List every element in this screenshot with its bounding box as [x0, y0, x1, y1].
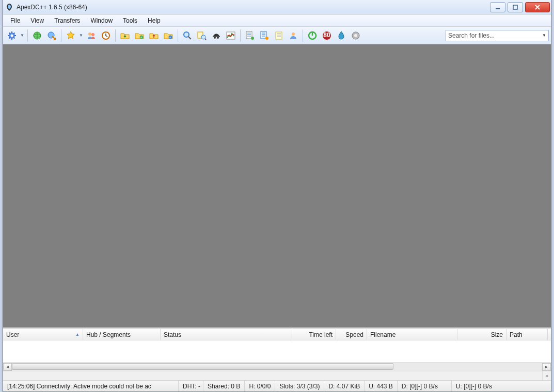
svg-point-7 — [88, 32, 91, 36]
svg-point-17 — [217, 37, 219, 39]
titlebar[interactable]: ApexDC++ 1.6.5 (x86-64) — [3, 0, 551, 14]
status-dht: DHT: - — [179, 381, 203, 391]
download-queue-icon[interactable] — [118, 29, 132, 42]
column-hub-segments[interactable]: Hub / Segments — [83, 329, 161, 340]
sort-indicator-icon: ▲ — [75, 332, 80, 337]
menu-transfers[interactable]: Transfers — [49, 14, 85, 26]
svg-point-22 — [265, 37, 268, 40]
column-headers: User▲Hub / SegmentsStatusTime leftSpeedF… — [3, 329, 551, 340]
limiter-icon[interactable]: 80 — [320, 29, 334, 42]
public-hubs-icon[interactable] — [5, 29, 19, 42]
minimize-button[interactable] — [490, 2, 505, 12]
mdi-workspace — [3, 44, 551, 329]
toolbar-separator — [61, 29, 61, 42]
update-icon[interactable] — [335, 29, 348, 42]
menu-window[interactable]: Window — [85, 14, 118, 26]
scroll-right-button[interactable]: ► — [542, 363, 551, 371]
svg-point-24 — [292, 32, 295, 36]
search-placeholder: Search for files... — [448, 32, 495, 39]
svg-text:80: 80 — [323, 31, 330, 39]
toolbar-separator — [303, 29, 303, 42]
column-path[interactable]: Path — [506, 329, 548, 340]
away-icon[interactable] — [306, 29, 319, 42]
users-icon[interactable] — [85, 29, 98, 42]
column-size[interactable]: Size — [457, 329, 506, 340]
dropdown-arrow-icon[interactable]: ▼ — [20, 33, 25, 38]
toolbar-separator — [115, 29, 116, 42]
menu-help[interactable]: Help — [143, 14, 166, 26]
status-downloaded: D: 4.07 KiB — [324, 381, 365, 391]
svg-point-12 — [184, 32, 189, 37]
toolbar: ▼▼80 Search for files... ▼ — [3, 27, 551, 44]
notepad-icon[interactable] — [272, 29, 286, 42]
toolbar-separator — [27, 29, 28, 42]
status-shared: Shared: 0 B — [203, 381, 245, 391]
window-title: ApexDC++ 1.6.5 (x86-64) — [17, 4, 87, 11]
maximize-button[interactable] — [508, 2, 523, 12]
svg-point-3 — [11, 34, 13, 37]
column-user[interactable]: User▲ — [3, 329, 83, 340]
svg-rect-1 — [513, 5, 517, 9]
svg-point-29 — [354, 34, 357, 37]
search-icon[interactable] — [181, 29, 194, 42]
system-log-icon[interactable] — [287, 29, 300, 42]
follow-redirect-icon[interactable] — [45, 29, 58, 42]
main-window: ApexDC++ 1.6.5 (x86-64) FileViewTransfer… — [3, 0, 551, 392]
svg-point-20 — [251, 37, 254, 40]
close-button[interactable] — [525, 2, 550, 12]
toolbar-separator — [240, 29, 241, 42]
status-upload-rate: U: [0][-] 0 B/s — [452, 381, 506, 391]
chevron-down-icon[interactable]: ▼ — [542, 33, 546, 38]
status-hubs: H: 0/0/0 — [245, 381, 275, 391]
expand-grip-icon[interactable]: » — [542, 371, 551, 380]
column-status[interactable]: Status — [161, 329, 292, 340]
svg-rect-0 — [496, 8, 500, 9]
svg-point-16 — [214, 37, 216, 39]
transfers-pane: User▲Hub / SegmentsStatusTime leftSpeedF… — [3, 329, 551, 380]
transfers-list[interactable] — [3, 340, 551, 362]
horizontal-scrollbar[interactable]: ◄ ► — [3, 362, 551, 371]
shutdown-icon[interactable] — [349, 29, 362, 42]
open-filelist-icon[interactable] — [243, 29, 257, 42]
menu-tools[interactable]: Tools — [118, 14, 143, 26]
column-speed[interactable]: Speed — [336, 329, 367, 340]
svg-point-14 — [201, 35, 205, 39]
favorite-hubs-icon[interactable] — [64, 29, 77, 42]
finished-downloads-icon[interactable] — [133, 29, 146, 42]
adl-search-icon[interactable] — [195, 29, 209, 42]
status-message: [14:25:06] Connectivity: Active mode cou… — [3, 381, 179, 391]
dropdown-arrow-icon[interactable]: ▼ — [78, 33, 84, 38]
scroll-left-button[interactable]: ◄ — [3, 363, 12, 371]
menu-view[interactable]: View — [25, 14, 49, 26]
app-icon — [5, 3, 13, 11]
statusbar: [14:25:06] Connectivity: Active mode cou… — [3, 380, 551, 391]
menu-file[interactable]: File — [5, 14, 25, 26]
reconnect-icon[interactable] — [30, 29, 44, 42]
status-slots: Slots: 3/3 (3/3) — [275, 381, 324, 391]
column-time-left[interactable]: Time left — [292, 329, 336, 340]
finished-uploads-icon[interactable] — [162, 29, 175, 42]
recent-hubs-icon[interactable] — [99, 29, 113, 42]
status-uploaded: U: 443 B — [365, 381, 398, 391]
svg-point-8 — [91, 33, 94, 36]
search-input[interactable]: Search for files... ▼ — [446, 30, 549, 41]
upload-queue-icon[interactable] — [147, 29, 161, 42]
toolbar-separator — [178, 29, 178, 42]
network-stats-icon[interactable] — [224, 29, 238, 42]
open-own-filelist-icon[interactable] — [258, 29, 271, 42]
scroll-thumb[interactable] — [12, 363, 393, 370]
svg-rect-15 — [213, 36, 220, 37]
column-filename[interactable]: Filename — [367, 329, 457, 340]
menubar: FileViewTransfersWindowToolsHelp — [3, 14, 551, 27]
search-spy-icon[interactable] — [210, 29, 223, 42]
svg-rect-23 — [276, 32, 282, 39]
status-download-rate: D: [0][-] 0 B/s — [398, 381, 452, 391]
